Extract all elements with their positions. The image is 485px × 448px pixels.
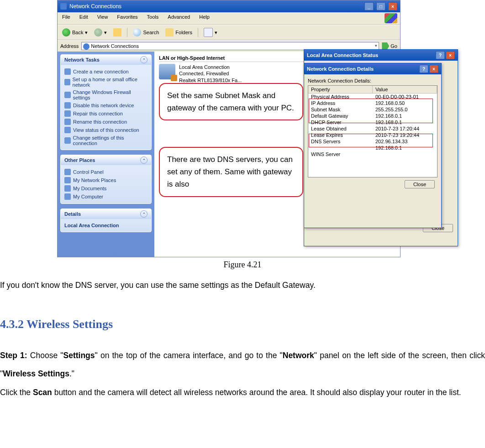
other-places-panel: Other Places⌃ Control Panel My Network P… (60, 155, 152, 204)
table-row: WINS Server (308, 151, 437, 157)
connection-status: Connected, Firewalled (179, 70, 242, 77)
search-icon (133, 28, 141, 36)
up-icon (113, 28, 121, 36)
address-label: Address (60, 43, 79, 49)
folders-icon (165, 28, 174, 36)
network-tasks-panel: Network Tasks⌃ Create a new connection S… (60, 54, 152, 150)
menu-tools[interactable]: Tools (145, 13, 161, 23)
table-row: Lease Obtained2010-7-23 17:20:44 (308, 125, 437, 132)
menu-file[interactable]: File (60, 13, 72, 23)
task-item[interactable]: Create a new connection (64, 68, 148, 76)
task-item[interactable]: Repair this connection (64, 109, 148, 118)
paragraph: Step 1: Choose "Settings" on the top of … (0, 346, 485, 383)
details-table: PropertyValue Physical Address00-E0-D0-0… (308, 85, 438, 177)
place-item[interactable]: My Computer (64, 193, 148, 201)
task-icon (64, 92, 71, 98)
help-button[interactable]: ? (436, 51, 445, 59)
dialog-title: Network Connection Details (307, 66, 374, 72)
views-icon (204, 28, 213, 37)
forward-button[interactable]: ▾ (92, 27, 109, 37)
close-icon[interactable]: × (429, 65, 438, 73)
close-button[interactable]: Close (405, 180, 435, 188)
task-icon (64, 102, 71, 109)
task-icon (64, 119, 71, 125)
details-panel: Details⌃ Local Area Connection (60, 208, 152, 232)
maximize-button[interactable]: □ (376, 2, 385, 10)
network-connections-window: Network Connections _ □ × File Edit View… (57, 0, 401, 257)
table-row: DHCP Server192.168.0.1 (308, 119, 437, 125)
connection-device: Realtek RTL8139/810x Fa... (179, 77, 242, 83)
place-item[interactable]: My Documents (64, 184, 148, 193)
place-icon (64, 193, 71, 200)
table-row: DNS Servers202.96.134.33 (308, 138, 437, 145)
window-titlebar: Network Connections _ □ × (58, 0, 400, 12)
collapse-icon[interactable]: ⌃ (140, 156, 148, 164)
sidebar: Network Tasks⌃ Create a new connection S… (58, 52, 154, 257)
connection-icon (159, 64, 175, 79)
collapse-icon[interactable]: ⌃ (140, 56, 148, 63)
table-row: 192.168.0.1 (308, 145, 437, 151)
table-row: IP Address192.168.0.50 (308, 100, 437, 106)
table-row: Lease Expires2010-7-23 19:20:44 (308, 132, 437, 138)
place-icon (64, 169, 71, 175)
table-row: Default Gateway192.168.0.1 (308, 113, 437, 119)
task-item[interactable]: Disable this network device (64, 101, 148, 109)
details-text: Local Area Connection (64, 222, 148, 229)
task-item[interactable]: Change settings of this connection (64, 134, 148, 147)
place-item[interactable]: My Network Places (64, 176, 148, 184)
toolbar: Back ▾ ▾ Search Folders ▾ (58, 25, 400, 40)
place-icon (64, 185, 71, 192)
search-button[interactable]: Search (131, 27, 161, 37)
back-button[interactable]: Back ▾ (60, 27, 90, 37)
table-row: Physical Address00-E0-D0-00-23-01 (308, 94, 437, 100)
menu-help[interactable]: Help (197, 13, 211, 23)
paragraph: If you don't know the DNS server, you ca… (0, 276, 485, 294)
network-icon (60, 3, 67, 10)
task-icon (64, 68, 71, 75)
task-icon (64, 127, 71, 133)
views-button[interactable]: ▾ (202, 27, 219, 38)
minimize-button[interactable]: _ (364, 2, 374, 10)
details-label: Network Connection Details: (308, 78, 438, 83)
connection-name: Local Area Connection (179, 64, 242, 70)
help-button[interactable]: ? (419, 65, 428, 73)
window-title: Network Connections (69, 3, 121, 10)
section-heading: 4.3.2 Wireless Settings (0, 311, 485, 338)
go-button[interactable]: Go (382, 42, 397, 50)
task-item[interactable]: Set up a home or small office network (64, 76, 148, 89)
menu-bar: File Edit View Favorites Tools Advanced … (58, 12, 400, 25)
windows-logo-icon (385, 13, 397, 23)
callout-dns: There are two DNS servers, you can set a… (159, 147, 303, 197)
separator (127, 28, 127, 37)
connection-details-dialog: Network Connection Details ?× Network Co… (304, 63, 442, 228)
up-button[interactable] (111, 27, 123, 37)
back-icon (62, 28, 70, 36)
close-icon[interactable]: × (446, 51, 455, 59)
task-icon (64, 110, 71, 117)
dropdown-icon[interactable]: ▾ (375, 43, 377, 48)
task-item[interactable]: Change Windows Firewall settings (64, 89, 148, 101)
menu-advanced[interactable]: Advanced (166, 13, 192, 23)
place-item[interactable]: Control Panel (64, 168, 148, 176)
callout-subnet: Set the same Subnet Mask and gateway of … (159, 83, 303, 120)
menu-edit[interactable]: Edit (78, 13, 90, 23)
paragraph: Click the Scan button and the camera wil… (0, 383, 485, 401)
table-row: Subnet Mask255.255.255.0 (308, 106, 437, 113)
folders-button[interactable]: Folders (163, 27, 194, 37)
panel-title: Other Places (64, 157, 95, 163)
task-item[interactable]: View status of this connection (64, 126, 148, 134)
panel-title: Network Tasks (64, 57, 100, 63)
dialog-title: Local Area Connection Status (307, 52, 378, 58)
figure-caption: Figure 4.21 (0, 260, 485, 270)
place-icon (64, 177, 71, 183)
close-button[interactable]: × (388, 2, 397, 10)
task-icon (64, 137, 71, 144)
task-icon (64, 79, 70, 85)
forward-icon (94, 28, 102, 36)
go-icon (382, 42, 389, 50)
separator (198, 28, 198, 37)
collapse-icon[interactable]: ⌃ (140, 210, 148, 218)
menu-view[interactable]: View (95, 13, 110, 23)
menu-favorites[interactable]: Favorites (115, 13, 139, 23)
task-item[interactable]: Rename this connection (64, 118, 148, 126)
